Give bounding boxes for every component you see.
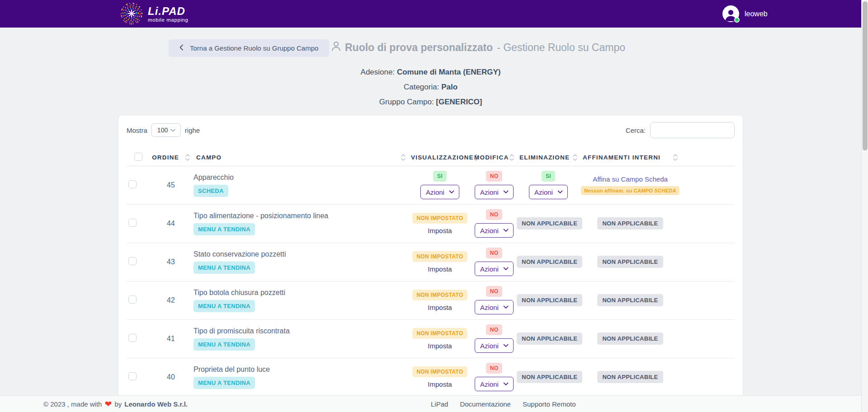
campo-name: Tipo alimentazione - posizionamento line… [193,212,408,220]
page-title-rest: - Gestione Ruolo su Campo [497,42,625,54]
status-badge: NON APPLICABILE [517,332,582,345]
cell-visualizzazione: NON IMPOSTATOImposta [408,243,472,281]
row-ordine: 44 [148,204,193,243]
imposta-link[interactable]: Imposta [428,342,452,350]
status-badge: NON IMPOSTATO [412,251,467,262]
status-badge: NON APPLICABILE [597,332,663,345]
user-menu[interactable]: leoweb [722,5,768,22]
col-header-campo[interactable]: CAMPO [193,149,408,166]
row-select-cell [127,243,148,281]
select-all-checkbox[interactable] [134,153,142,161]
row-campo: Tipo botola chiusura pozzetti MENU A TEN… [193,281,408,319]
cell-affinamenti: NON APPLICABILE [580,243,735,281]
status-badge: NON IMPOSTATO [412,366,467,377]
status-badge: NON IMPOSTATO [412,290,467,300]
show-label: Mostra [127,126,147,134]
cell-eliminazione: NON APPLICABILE [517,281,580,319]
imposta-link[interactable]: Imposta [428,380,452,388]
campo-name: Tipo botola chiusura pozzetti [193,289,408,297]
row-checkbox[interactable] [128,257,137,265]
affina-link[interactable]: Affina su Campo Scheda [593,175,668,183]
online-status-dot [734,17,740,23]
status-badge: NO [486,363,503,374]
table-row: 42 Tipo botola chiusura pozzetti MENU A … [127,281,735,319]
cell-visualizzazione: NON IMPOSTATOImposta [408,358,472,396]
app-logo[interactable]: Li.PAD mobile mapping [119,1,189,28]
cell-modifica: NOAzioni [472,358,517,396]
azioni-select[interactable]: Azioni [420,185,459,199]
status-badge: NON APPLICABILE [597,217,663,229]
cell-visualizzazione: SIAzioni [408,166,472,204]
chevron-left-icon [179,44,184,52]
campo-name: Apparecchio [193,173,408,182]
row-checkbox[interactable] [128,219,137,227]
sort-icon [673,154,678,161]
azioni-select[interactable]: Azioni [475,300,514,314]
azioni-select[interactable]: Azioni [475,377,514,391]
status-badge: NON APPLICABILE [597,371,663,383]
campo-type-badge: SCHEDA [193,185,228,197]
row-checkbox[interactable] [128,334,137,342]
row-campo: Proprieta del punto luce MENU A TENDINA [193,358,408,396]
azioni-select[interactable]: Azioni [475,338,514,353]
table-row: 40 Proprieta del punto luce MENU A TENDI… [127,358,735,396]
vertical-scrollbar[interactable] [861,0,868,412]
status-badge: NON APPLICABILE [517,256,582,268]
footer-link-lipad[interactable]: LiPad [431,400,448,408]
azioni-select[interactable]: Azioni [475,223,514,238]
page-footer: © 2023 , made with ❤ by Leonardo Web S.r… [0,395,861,412]
back-button[interactable]: Torna a Gestione Ruolo su Gruppo Campo [169,39,329,57]
campo-name: Stato conservazione pozzetti [193,250,408,258]
sort-icon [185,154,190,161]
scrollbar-thumb[interactable] [863,1,868,150]
row-checkbox[interactable] [128,295,137,304]
avatar [722,5,739,22]
imposta-link[interactable]: Imposta [428,227,452,234]
col-header-eliminazione[interactable]: ELIMINAZIONE [517,149,580,166]
sort-icon [573,154,577,161]
row-select-cell [127,166,148,204]
footer-link-documentazione[interactable]: Documentazione [460,400,511,408]
cell-modifica: NOAzioni [472,204,517,243]
page-size-select[interactable]: 100 [151,123,181,137]
azioni-select[interactable]: Azioni [529,185,568,199]
table-card: Mostra 100 righe Cerca: [118,116,743,412]
status-badge: NO [486,286,503,297]
col-header-visualizzazione[interactable]: VISUALIZZAZIONE [408,149,472,166]
row-select-cell [127,281,148,319]
azioni-select[interactable]: Azioni [475,185,514,199]
row-select-cell [127,358,148,396]
row-select-cell [127,204,148,243]
campo-type-badge: MENU A TENDINA [193,377,255,389]
imposta-link[interactable]: Imposta [428,304,452,311]
search-input[interactable] [650,122,735,138]
row-checkbox[interactable] [128,180,137,188]
cell-visualizzazione: NON IMPOSTATOImposta [408,204,472,243]
col-header-affinamenti[interactable]: AFFINAMENTI INTERNI [580,149,735,166]
campo-type-badge: MENU A TENDINA [193,338,255,351]
campo-type-badge: MENU A TENDINA [193,262,255,274]
status-badge: NON APPLICABILE [597,294,663,306]
col-header-ordine[interactable]: ORDINE [148,149,193,166]
cell-eliminazione: SIAzioni [517,166,580,204]
row-checkbox[interactable] [128,372,137,380]
footer-link-supporto-remoto[interactable]: Supporto Remoto [523,400,576,408]
status-badge: NON APPLICABILE [517,294,582,306]
status-badge: NO [486,209,503,220]
status-badge: NON APPLICABILE [517,217,582,229]
cell-affinamenti: NON APPLICABILE [580,204,735,243]
person-icon [331,41,341,54]
meta-gruppo-campo: Gruppo Campo: [GENERICO] [0,94,861,109]
imposta-link[interactable]: Imposta [428,265,452,273]
campo-name: Proprieta del punto luce [193,365,408,374]
col-header-modifica[interactable]: MODIFICA [472,149,517,166]
role-name: Ruolo di prova personalizzato [345,42,493,54]
campo-type-badge: MENU A TENDINA [193,300,255,312]
azioni-select[interactable]: Azioni [475,262,514,276]
logo-starburst-icon [119,1,144,28]
status-badge: SI [433,171,447,182]
row-select-cell [127,319,148,358]
context-info: Adesione: Comune di Manta (ENERGY) Categ… [0,65,861,109]
campo-type-badge: MENU A TENDINA [193,223,255,235]
cell-affinamenti: Affina su Campo SchedaNessun affinam. su… [580,166,735,204]
